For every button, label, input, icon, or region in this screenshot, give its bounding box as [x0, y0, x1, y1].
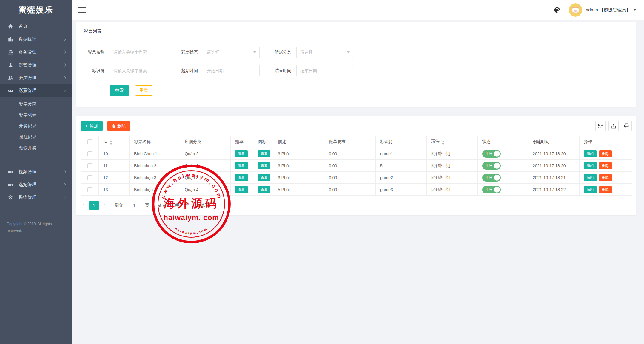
chevron-right-icon [63, 183, 66, 186]
row-checkbox[interactable] [87, 151, 92, 156]
status-toggle[interactable]: 开启 [482, 186, 501, 194]
chevron-right-icon [63, 76, 66, 79]
bank-icon [7, 49, 14, 55]
cell-category: Quận 1 [180, 160, 231, 172]
reset-button[interactable]: 重置 [135, 85, 152, 96]
goto-page-input[interactable] [127, 201, 142, 210]
add-button[interactable]: 添加 [81, 121, 103, 131]
status-toggle[interactable]: 开启 [482, 162, 501, 170]
delete-button[interactable]: 删除 [599, 174, 612, 181]
sidebar-item-home[interactable]: 首页 [0, 20, 72, 33]
cell-identifier: game1 [376, 148, 427, 160]
cell-name: Bình chọn 3 [130, 172, 180, 184]
row-checkbox[interactable] [87, 175, 92, 180]
table-card: 添加 删除 [76, 116, 636, 215]
chevron-down-icon [63, 89, 66, 92]
lottery-status-select[interactable] [203, 47, 260, 58]
cell-desc: 3 Phút [273, 148, 324, 160]
sidebar-subitem-preset-draw[interactable]: 预设开奖 [0, 142, 72, 153]
edit-button[interactable]: 编辑 [584, 174, 597, 181]
cell-desc: 3 Phút [273, 172, 324, 184]
next-page-button[interactable] [102, 204, 106, 208]
column-status: 状态 [478, 136, 528, 148]
table-row: 11 Bình chọn 2 Quận 1 查看 查看 3 Phút 0.00 … [81, 160, 632, 172]
category-select[interactable] [296, 47, 353, 58]
sidebar-item-finance[interactable]: 财务管理 [0, 46, 72, 59]
lottery-name-input[interactable] [110, 47, 166, 58]
sidebar-item-statistics[interactable]: 数据统计 [0, 33, 72, 46]
cell-order-req: 0.00 [324, 184, 376, 196]
sidebar-item-label: 首页 [19, 24, 66, 29]
current-page[interactable]: 1 [89, 201, 99, 210]
odds-view-button[interactable]: 查看 [235, 150, 248, 157]
sidebar-subitem-draw-records[interactable]: 开奖记录 [0, 120, 72, 131]
sidebar-item-label: 彩票管理 [19, 88, 64, 93]
table-row: 13 Bình chọn 4 Quận 4 查看 查看 5 Phút 0.00 … [81, 184, 632, 196]
sort-icon[interactable] [442, 141, 445, 145]
edit-button[interactable]: 编辑 [584, 150, 597, 157]
batch-delete-button[interactable]: 删除 [107, 121, 130, 131]
delete-button[interactable]: 删除 [599, 186, 612, 193]
sidebar-item-label: 财务管理 [19, 49, 64, 55]
edit-button[interactable]: 编辑 [584, 162, 597, 169]
row-checkbox[interactable] [87, 163, 92, 168]
user-menu[interactable]: admin 【超级管理员】 [586, 7, 636, 13]
select-all-checkbox[interactable] [87, 139, 92, 144]
sidebar-item-members[interactable]: 会员管理 [0, 71, 72, 84]
odds-view-button[interactable]: 查看 [235, 186, 248, 193]
hamburger-menu-icon[interactable] [78, 6, 86, 14]
table-header-row: ID 彩票名称 所属分类 赔率 图标 描述 做单要求 标识符 玩法 状态 创建时… [81, 136, 632, 148]
sidebar-item-admins[interactable]: 超管管理 [0, 59, 72, 71]
delete-button[interactable]: 删除 [599, 150, 612, 157]
table-row: 10 Bình Chọn 1 Quận 2 查看 查看 3 Phút 0.00 … [81, 148, 632, 160]
cell-category: Quận 3 [180, 172, 231, 184]
filter-columns-button[interactable] [595, 121, 606, 131]
column-odds: 赔率 [231, 136, 253, 148]
identifier-input[interactable] [110, 65, 166, 76]
column-order-req: 做单要求 [324, 136, 376, 148]
odds-view-button[interactable]: 查看 [235, 174, 248, 181]
video-camera-icon [7, 182, 14, 188]
sidebar-item-label: 视频管理 [19, 169, 64, 175]
chevron-right-icon [63, 196, 66, 199]
print-button[interactable] [622, 121, 632, 131]
edit-button[interactable]: 编辑 [584, 186, 597, 193]
icon-view-button[interactable]: 查看 [258, 186, 270, 193]
sort-icon[interactable] [110, 141, 113, 145]
filter-category-label: 所属分类 [270, 50, 291, 55]
filter-start-label: 起始时间 [177, 68, 198, 73]
sidebar: 蜜獾娱乐 首页 数据统计 财务管理 超管管理 会员管理 [0, 0, 72, 344]
end-date-input[interactable] [296, 65, 353, 76]
odds-view-button[interactable]: 查看 [235, 162, 248, 169]
icon-view-button[interactable]: 查看 [258, 162, 270, 169]
user-avatar[interactable] [569, 3, 582, 17]
status-toggle[interactable]: 开启 [482, 150, 501, 158]
theme-palette-icon[interactable] [554, 7, 560, 13]
sidebar-subitem-lottery-list[interactable]: 彩票列表 [0, 109, 72, 120]
toggle-knob [494, 187, 500, 193]
cell-desc: 5 Phút [273, 184, 324, 196]
sidebar-subitem-lottery-category[interactable]: 彩票分类 [0, 98, 72, 109]
sidebar-item-video[interactable]: 视频管理 [0, 165, 72, 178]
cell-desc: 3 Phút [273, 160, 324, 172]
icon-view-button[interactable]: 查看 [258, 174, 270, 181]
delete-button[interactable]: 删除 [599, 162, 612, 169]
sidebar-item-lottery[interactable]: 彩票管理 [0, 84, 72, 97]
icon-view-button[interactable]: 查看 [258, 150, 270, 157]
row-checkbox[interactable] [87, 187, 92, 192]
start-date-input[interactable] [203, 65, 260, 76]
goto-confirm-button[interactable]: 确定 [154, 201, 171, 210]
prev-page-button[interactable] [82, 204, 86, 208]
export-button[interactable] [608, 121, 619, 131]
pagination: 1 到第 页 确定 共 4 条 10 条/页 [81, 201, 632, 210]
main-content: 彩票列表 彩票名称 彩票状态 所属分类 [72, 20, 644, 344]
cell-order-req: 0.00 [324, 148, 376, 160]
cell-identifier: game3 [376, 184, 427, 196]
search-button[interactable]: 检索 [110, 85, 129, 96]
users-icon [7, 75, 14, 81]
page-size-select[interactable]: 10 条/页 [192, 201, 219, 210]
sidebar-item-xuanfei[interactable]: 选妃管理 [0, 178, 72, 191]
sidebar-item-system[interactable]: ⚙ 系统管理 [0, 191, 72, 204]
status-toggle[interactable]: 开启 [482, 174, 501, 182]
sidebar-subitem-bet-records[interactable]: 投注记录 [0, 131, 72, 142]
